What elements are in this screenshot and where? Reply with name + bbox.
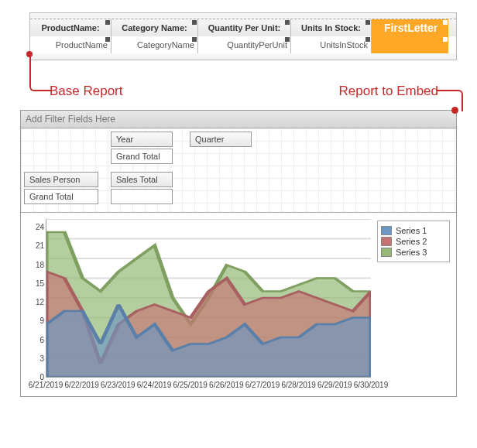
smart-tag-icon[interactable]	[365, 20, 370, 25]
smart-tag-icon[interactable]	[105, 37, 110, 42]
header-row: ProductName: Category Name: Quantity Per…	[30, 19, 456, 36]
annotation-layer: Base Report Report to Embed	[50, 84, 438, 99]
pivot-col-field-quarter[interactable]: Quarter	[190, 132, 252, 147]
y-axis-ticks: 24 21 18 15 12 9 6 3 0	[26, 219, 44, 378]
base-report-designer: ProductName: Category Name: Quantity Per…	[29, 12, 457, 60]
field-quantityperunit[interactable]: QuantityPerUnit	[198, 36, 291, 53]
legend-swatch-icon	[381, 226, 392, 235]
header-label: Units In Stock:	[301, 23, 361, 32]
field-categoryname[interactable]: CategoryName	[112, 36, 198, 53]
col-header-unitsinstock[interactable]: Units In Stock:	[291, 19, 372, 36]
pivot-row-field-salesperson[interactable]: Sales Person	[24, 172, 98, 187]
pivot-row-grand-total[interactable]: Grand Total	[24, 189, 98, 204]
smart-tag-icon[interactable]	[192, 37, 197, 42]
field-binding: UnitsInStock	[320, 40, 368, 50]
header-label: Category Name:	[122, 23, 187, 32]
pivot-col-field-year[interactable]: Year	[111, 132, 173, 147]
header-label: Quantity Per Unit:	[208, 23, 281, 32]
legend-swatch-icon	[381, 237, 392, 246]
col-header-quantityperunit[interactable]: Quantity Per Unit:	[198, 19, 291, 36]
field-binding: QuantityPerUnit	[227, 40, 287, 50]
x-axis-ticks: 6/21/20196/22/20196/23/20196/24/20196/25…	[46, 381, 371, 393]
col-header-productname[interactable]: ProductName:	[30, 19, 112, 36]
pivot-data-field-salestotal[interactable]: Sales Total	[111, 172, 173, 187]
smart-tag-icon[interactable]	[285, 37, 290, 42]
smart-tag-icon[interactable]	[443, 20, 448, 25]
legend-swatch-icon	[381, 248, 392, 257]
pivot-col-grand-total[interactable]: Grand Total	[111, 149, 173, 164]
pivot-layout[interactable]: Year Quarter Grand Total Sales Person Gr…	[21, 128, 456, 212]
smart-tag-icon[interactable]	[105, 20, 110, 25]
band-ruler-bottom	[30, 53, 456, 60]
legend-item-2: Series 2	[381, 237, 446, 246]
pivot-filter-bar[interactable]: Add Filter Fields Here	[21, 111, 456, 128]
chart-legend: Series 1 Series 2 Series 3	[377, 221, 450, 262]
embedded-report-designer: Add Filter Fields Here Year Quarter Gran…	[20, 110, 457, 397]
embed-placeholder-detail[interactable]	[372, 36, 448, 53]
smart-tag-icon[interactable]	[365, 37, 370, 42]
field-unitsinstock[interactable]: UnitsInStock	[291, 36, 372, 53]
embed-placeholder-header[interactable]: FirstLetter	[372, 19, 448, 36]
header-label: ProductName:	[41, 23, 99, 32]
legend-item-3: Series 3	[381, 248, 446, 257]
detail-row: ProductName CategoryName QuantityPerUnit…	[30, 36, 456, 53]
legend-item-1: Series 1	[381, 226, 446, 235]
smart-tag-icon[interactable]	[443, 37, 448, 42]
band-ruler-top	[30, 13, 456, 19]
col-header-categoryname[interactable]: Category Name:	[112, 19, 198, 36]
field-binding: ProductName	[56, 40, 108, 50]
smart-tag-icon[interactable]	[192, 20, 197, 25]
callout-base-report: Base Report	[50, 84, 123, 99]
callout-report-to-embed: Report to Embed	[338, 84, 438, 99]
field-binding: CategoryName	[137, 40, 194, 50]
plot-area	[46, 219, 371, 378]
field-productname[interactable]: ProductName	[30, 36, 112, 53]
smart-tag-icon[interactable]	[285, 20, 290, 25]
filter-hint: Add Filter Fields Here	[26, 114, 115, 125]
chart-control[interactable]: 24 21 18 15 12 9 6 3 0 6/21/20196/22/201…	[21, 212, 456, 396]
embed-caption: FirstLetter	[384, 22, 438, 34]
pivot-empty-cell	[111, 189, 173, 204]
